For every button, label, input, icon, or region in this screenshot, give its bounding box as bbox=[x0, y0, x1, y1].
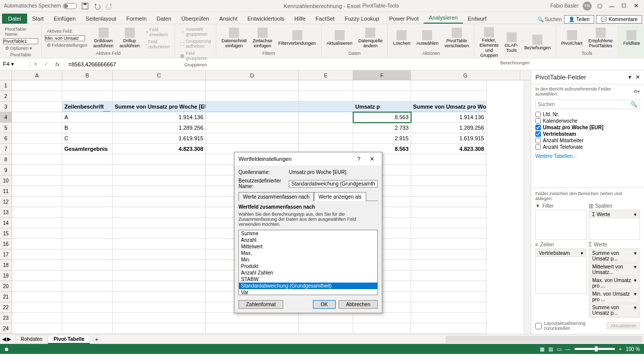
columns-area[interactable]: Σ Werte▾ bbox=[589, 210, 640, 240]
cell[interactable] bbox=[411, 207, 487, 218]
values-area-item[interactable]: Summe von Umsatz p...▾ bbox=[590, 304, 639, 317]
tab-review[interactable]: Überprüfen bbox=[177, 14, 214, 24]
tellme-search[interactable]: 🔍 Suchen bbox=[537, 17, 562, 22]
close-icon[interactable]: ✕ bbox=[632, 2, 640, 10]
cell[interactable] bbox=[12, 239, 62, 249]
cell[interactable]: Summe von Umsatz pro Woche [EU bbox=[411, 102, 487, 112]
fx-button[interactable]: fx bbox=[51, 61, 64, 67]
tab-show-as[interactable]: Werte anzeigen als bbox=[314, 192, 366, 201]
cell[interactable] bbox=[62, 186, 113, 197]
row-header[interactable]: 5 bbox=[0, 123, 12, 133]
cell[interactable] bbox=[411, 197, 487, 207]
cell[interactable]: Summe von Umsatz pro Woche [EUR] bbox=[113, 102, 206, 112]
cell[interactable] bbox=[113, 197, 206, 207]
number-format-button[interactable]: Zahlenformat bbox=[238, 300, 283, 309]
field-checkbox[interactable] bbox=[535, 118, 541, 124]
cell[interactable]: Gesamtergebnis bbox=[62, 144, 113, 154]
cell[interactable] bbox=[12, 260, 62, 270]
tab-layout[interactable]: Seitenlayout bbox=[80, 14, 121, 24]
cell[interactable] bbox=[62, 323, 113, 334]
filter-connections-button[interactable]: Filterverbindungen bbox=[276, 26, 318, 50]
options-button[interactable]: ⚙ Optionen ▾ bbox=[3, 45, 38, 51]
values-area-item[interactable]: Max. von Umsatz pro ...▾ bbox=[590, 277, 639, 290]
user-avatar[interactable]: FB bbox=[583, 2, 592, 11]
calculation-option[interactable]: Mittelwert bbox=[239, 243, 377, 250]
comments-button[interactable]: 💬 Kommentare bbox=[596, 15, 642, 24]
ungroup-button[interactable]: ⬚ Gruppierung aufheben bbox=[178, 38, 213, 49]
row-header[interactable]: 23 bbox=[0, 313, 12, 323]
cell[interactable]: B bbox=[62, 123, 113, 133]
cell[interactable]: Umsatz p bbox=[353, 102, 411, 112]
cell[interactable] bbox=[62, 175, 113, 186]
formula-input[interactable]: =8563,4266666667 bbox=[64, 60, 644, 68]
ok-button[interactable]: OK bbox=[313, 300, 335, 309]
pivottable-name-input[interactable] bbox=[3, 38, 38, 44]
maximize-icon[interactable]: ☐ bbox=[620, 2, 628, 10]
cell[interactable]: 4.823.308 bbox=[113, 144, 206, 154]
cell[interactable] bbox=[12, 133, 62, 144]
change-datasource-button[interactable]: Datenquelle ändern bbox=[356, 26, 384, 50]
view-break-icon[interactable]: ▭ bbox=[557, 346, 561, 352]
field-checkbox[interactable] bbox=[535, 112, 541, 117]
row-header[interactable]: 17 bbox=[0, 249, 12, 260]
field-checkbox[interactable] bbox=[535, 144, 541, 150]
relationships-button[interactable]: Beziehungen bbox=[522, 26, 553, 59]
cell[interactable] bbox=[113, 218, 206, 228]
values-area-item[interactable]: Summe von Umsatz p...▾ bbox=[590, 249, 639, 262]
ribbon-options-icon[interactable]: ▢ bbox=[596, 2, 604, 10]
field-item[interactable]: Lfd. Nr. bbox=[535, 111, 640, 118]
cell[interactable] bbox=[62, 91, 113, 102]
cell[interactable] bbox=[206, 323, 299, 334]
tab-data[interactable]: Daten bbox=[151, 14, 176, 24]
refresh-button[interactable]: Aktualisieren bbox=[325, 26, 355, 50]
cell[interactable] bbox=[113, 165, 206, 175]
cell[interactable] bbox=[62, 302, 113, 313]
cell[interactable] bbox=[411, 186, 487, 197]
tab-start[interactable]: Start bbox=[27, 14, 49, 24]
field-settings-button[interactable]: ⚙ Feldeinstellungen bbox=[45, 42, 90, 48]
cell[interactable] bbox=[411, 218, 487, 228]
tab-design[interactable]: Entwurf bbox=[463, 14, 492, 24]
filter-area[interactable] bbox=[535, 210, 587, 240]
cell[interactable] bbox=[12, 102, 62, 112]
collapse-field-button[interactable]: - Feld reduzieren bbox=[144, 39, 172, 50]
minimize-icon[interactable]: — bbox=[608, 2, 616, 10]
defer-layout-checkbox[interactable] bbox=[535, 323, 542, 329]
field-checkbox[interactable] bbox=[535, 131, 541, 137]
view-page-icon[interactable]: ▤ bbox=[548, 346, 553, 352]
cell[interactable] bbox=[411, 80, 487, 91]
cell[interactable] bbox=[411, 228, 487, 239]
rows-area[interactable]: Vertriebsteam▾ bbox=[535, 248, 587, 294]
tab-summarize-by[interactable]: Werte zusammenfassen nach bbox=[238, 192, 314, 201]
cell[interactable] bbox=[113, 249, 206, 260]
more-tables-link[interactable]: Weitere Tabellen... bbox=[531, 151, 644, 161]
sheet-tab-pivot[interactable]: Pivot-Tabelle bbox=[48, 335, 90, 344]
redo-icon[interactable] bbox=[105, 2, 113, 10]
field-search[interactable]: 🔍 bbox=[535, 100, 640, 109]
field-item[interactable]: Kalenderwoche bbox=[535, 118, 640, 124]
cell[interactable]: 2.733 bbox=[353, 123, 411, 133]
cell[interactable] bbox=[411, 239, 487, 249]
row-header[interactable]: 13 bbox=[0, 207, 12, 218]
field-search-input[interactable] bbox=[536, 100, 628, 109]
field-pane-settings-icon[interactable]: ⚙▾ bbox=[633, 89, 640, 94]
row-header[interactable]: 10 bbox=[0, 175, 12, 186]
cancel-button[interactable]: Abbrechen bbox=[339, 300, 378, 309]
cell[interactable] bbox=[206, 313, 299, 323]
cell[interactable] bbox=[411, 91, 487, 102]
cell[interactable] bbox=[12, 302, 62, 313]
cell[interactable]: 4.823.308 bbox=[411, 144, 487, 154]
cell[interactable]: C bbox=[62, 133, 113, 144]
cell[interactable] bbox=[113, 186, 206, 197]
cell[interactable] bbox=[12, 313, 62, 323]
cell[interactable] bbox=[299, 80, 353, 91]
cell[interactable] bbox=[411, 165, 487, 175]
cell[interactable] bbox=[411, 302, 487, 313]
field-item[interactable]: Umsatz pro Woche [EUR] bbox=[535, 124, 640, 131]
calculation-option[interactable]: STABW bbox=[239, 276, 377, 283]
cell[interactable] bbox=[206, 123, 299, 133]
columns-area-item[interactable]: Σ Werte▾ bbox=[590, 211, 639, 218]
drilldown-button[interactable]: Drilldown ausführen bbox=[92, 26, 116, 50]
cell[interactable] bbox=[113, 154, 206, 165]
expand-field-button[interactable]: + Feld erweitern bbox=[144, 27, 172, 38]
